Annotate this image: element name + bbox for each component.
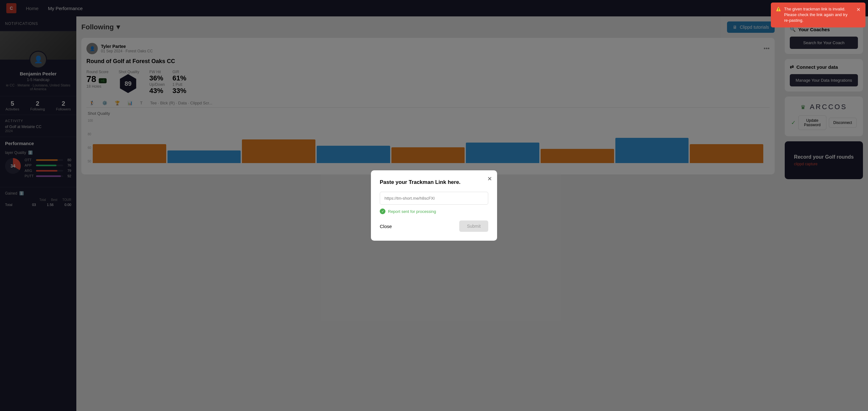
modal-success-message: ✓ Report sent for processing bbox=[380, 209, 488, 214]
toast-close-button[interactable]: ✕ bbox=[856, 6, 861, 13]
error-toast: ⚠️ The given trackman link is invalid. P… bbox=[771, 2, 866, 27]
error-message: The given trackman link is invalid. Plea… bbox=[784, 6, 851, 24]
modal-overlay: Paste your Trackman Link here. ✕ ✓ Repor… bbox=[0, 0, 868, 411]
trackman-modal: Paste your Trackman Link here. ✕ ✓ Repor… bbox=[371, 170, 497, 241]
modal-actions: Close Submit bbox=[380, 220, 488, 232]
success-icon: ✓ bbox=[380, 209, 385, 214]
modal-submit-button[interactable]: Submit bbox=[459, 220, 488, 232]
modal-title: Paste your Trackman Link here. bbox=[380, 179, 488, 186]
modal-close-button[interactable]: Close bbox=[380, 224, 392, 229]
modal-close-icon[interactable]: ✕ bbox=[487, 176, 492, 182]
success-text: Report sent for processing bbox=[388, 209, 436, 214]
error-icon: ⚠️ bbox=[776, 6, 781, 12]
trackman-link-input[interactable] bbox=[380, 192, 488, 205]
